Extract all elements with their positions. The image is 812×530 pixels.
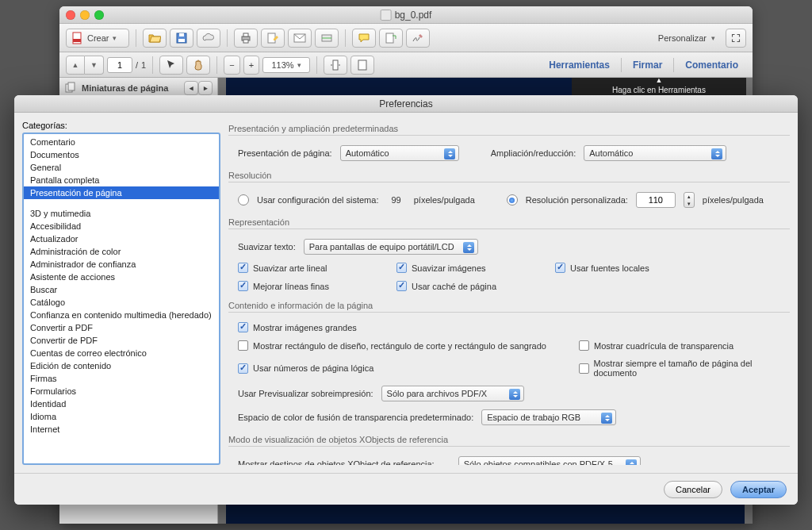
thumb-next-button[interactable]: ▸ xyxy=(198,81,213,95)
comment-panel-link[interactable]: Comentario xyxy=(677,60,746,71)
category-item[interactable]: Internet xyxy=(24,423,219,436)
category-item[interactable]: Administración de color xyxy=(24,245,219,258)
hand-tool-button[interactable] xyxy=(186,56,210,75)
fit-page-icon xyxy=(356,59,369,71)
category-item[interactable]: Presentación de página xyxy=(24,186,219,199)
category-item[interactable]: Identidad xyxy=(24,398,219,410)
folder-open-icon xyxy=(148,32,161,44)
chevron-down-icon: ▾ xyxy=(113,34,117,42)
scanner-icon xyxy=(320,32,333,44)
section-xobj-title: Modo de visualización de objetos XObject… xyxy=(228,432,790,447)
category-item[interactable]: Formularios xyxy=(24,385,219,398)
blend-space-label: Espacio de color de fusión de transparen… xyxy=(238,413,473,422)
blend-space-select[interactable]: Espacio de trabajo RGB xyxy=(481,409,616,425)
category-item[interactable]: Cuentas de correo electrónico xyxy=(24,347,219,359)
section-render-title: Representación xyxy=(228,214,790,229)
accept-button[interactable]: Aceptar xyxy=(730,481,787,498)
accept-label: Aceptar xyxy=(742,485,775,494)
category-item[interactable]: General xyxy=(24,161,219,174)
xobj-show-select[interactable]: Sólo objetos compatibles con PDF/X-5 xyxy=(458,456,641,465)
signature-icon xyxy=(412,32,424,44)
smooth-text-select[interactable]: Para pantallas de equipo portátil/LCD xyxy=(304,239,478,255)
email-button[interactable] xyxy=(288,29,312,48)
category-item[interactable]: Idioma xyxy=(24,410,219,423)
sign-panel-link[interactable]: Firmar xyxy=(625,60,670,71)
page-layout-value: Automático xyxy=(346,148,389,158)
edit-button[interactable] xyxy=(261,29,285,48)
category-item[interactable]: Confianza en contenido multimedia (hered… xyxy=(24,309,219,321)
customize-menu[interactable]: Personalizar ▾ xyxy=(651,29,722,48)
close-icon[interactable] xyxy=(66,10,75,20)
category-item[interactable]: Administrador de confianza xyxy=(24,258,219,271)
smooth-lineart-checkbox[interactable] xyxy=(238,263,248,273)
local-fonts-checkbox[interactable] xyxy=(555,263,565,273)
categories-list[interactable]: ComentarioDocumentosGeneralPantalla comp… xyxy=(22,132,220,465)
zoom-icon[interactable] xyxy=(94,10,104,20)
category-item[interactable]: 3D y mutimedia xyxy=(24,207,219,220)
always-size-checkbox[interactable] xyxy=(579,363,589,374)
custom-resolution-radio[interactable] xyxy=(507,194,518,205)
category-item[interactable]: Convertir de PDF xyxy=(24,334,219,347)
page-layout-select[interactable]: Automático xyxy=(340,145,459,161)
prev-page-button[interactable]: ▲ xyxy=(66,56,85,75)
category-item[interactable]: Documentos xyxy=(24,148,219,161)
section-layout-title: Presentación y ampliación predeterminada… xyxy=(228,121,790,136)
select-tool-button[interactable] xyxy=(159,56,183,75)
create-button[interactable]: Crear ▾ xyxy=(66,29,129,48)
thumb-prev-button[interactable]: ◂ xyxy=(184,81,198,95)
zoom-default-value: Automático xyxy=(589,148,633,158)
thin-lines-checkbox[interactable] xyxy=(238,281,248,291)
page-number-input[interactable] xyxy=(107,57,132,73)
tools-panel-link[interactable]: Herramientas xyxy=(541,60,618,71)
next-page-button[interactable]: ▼ xyxy=(85,56,104,75)
pdf-icon xyxy=(71,32,84,44)
preferences-titlebar: Preferencias xyxy=(14,95,798,113)
zoom-in-button[interactable]: + xyxy=(243,56,259,75)
large-images-label: Mostrar imágenes grandes xyxy=(253,323,357,332)
trans-grid-checkbox[interactable] xyxy=(579,340,589,351)
zoom-default-select[interactable]: Automático xyxy=(584,145,726,161)
smooth-images-checkbox[interactable] xyxy=(396,263,407,273)
category-item[interactable]: Convertir a PDF xyxy=(24,321,219,334)
category-item[interactable]: Firmas xyxy=(24,372,219,385)
scan-button[interactable] xyxy=(315,29,339,48)
svg-rect-13 xyxy=(358,60,366,70)
category-item[interactable]: Edición de contenido xyxy=(24,359,219,372)
window-title: bg_0.pdf xyxy=(381,10,432,21)
resolution-stepper[interactable]: ▲▼ xyxy=(684,192,695,208)
large-images-checkbox[interactable] xyxy=(238,322,248,332)
thumbnails-title: Miniaturas de página xyxy=(82,83,168,93)
print-button[interactable] xyxy=(234,29,258,48)
custom-resolution-input[interactable] xyxy=(636,192,676,208)
preferences-title: Preferencias xyxy=(379,98,432,109)
fit-page-button[interactable] xyxy=(350,56,374,75)
category-item[interactable]: Buscar xyxy=(24,283,219,296)
zoom-value: 113% xyxy=(271,60,293,70)
sign-button[interactable] xyxy=(406,29,430,48)
category-item[interactable]: Pantalla completa xyxy=(24,174,219,186)
open-button[interactable] xyxy=(143,29,167,48)
minimize-icon[interactable] xyxy=(80,10,90,20)
category-item[interactable]: Accesibilidad xyxy=(24,220,219,232)
zoom-out-button[interactable]: − xyxy=(224,56,239,75)
cancel-button[interactable]: Cancelar xyxy=(664,481,722,498)
category-item[interactable]: Actualizador xyxy=(24,232,219,245)
overprint-select[interactable]: Sólo para archivos PDF/X xyxy=(381,386,524,401)
share-button[interactable] xyxy=(379,29,403,48)
category-item[interactable]: Asistente de acciones xyxy=(24,271,219,283)
category-item[interactable]: Comentario xyxy=(24,136,219,148)
save-button[interactable] xyxy=(170,29,193,48)
zoom-level-field[interactable]: 113% ▾ xyxy=(262,57,310,73)
always-size-label: Mostrar siempre el tamaño de página del … xyxy=(594,359,790,378)
cancel-label: Cancelar xyxy=(676,485,710,494)
fullscreen-button[interactable] xyxy=(726,29,746,48)
category-item[interactable]: Catálogo xyxy=(24,296,219,309)
page-cache-checkbox[interactable] xyxy=(396,281,407,291)
system-resolution-radio[interactable] xyxy=(238,194,249,205)
art-rect-checkbox[interactable] xyxy=(238,340,248,351)
fit-width-button[interactable] xyxy=(324,56,347,75)
comment-button[interactable] xyxy=(352,29,376,48)
cloud-button[interactable] xyxy=(197,29,220,48)
page-sep: / xyxy=(136,60,138,70)
logical-page-checkbox[interactable] xyxy=(238,363,248,374)
